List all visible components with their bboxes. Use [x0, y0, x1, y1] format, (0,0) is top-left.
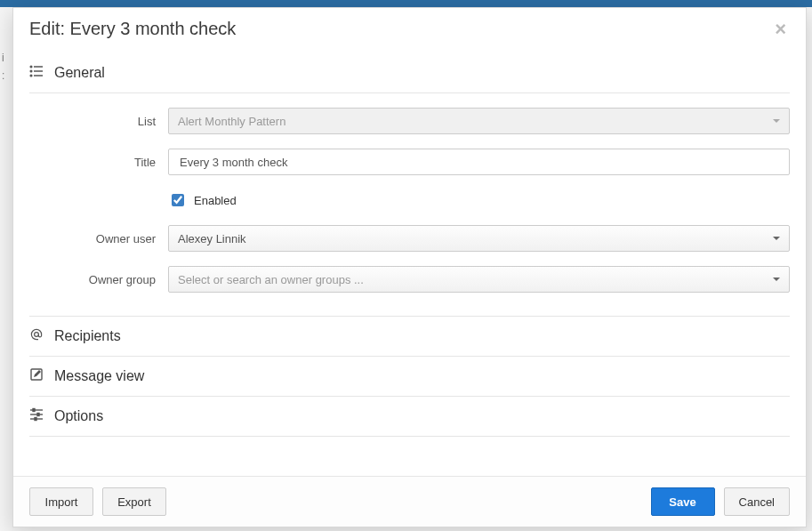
at-icon — [29, 327, 44, 345]
edit-icon — [29, 367, 44, 385]
field-label: Owner user — [29, 232, 168, 245]
section-general: General List Alert Monthly Pattern Title — [29, 48, 790, 317]
close-icon: × — [775, 18, 786, 40]
field-control: Enabled — [168, 189, 790, 211]
app-topbar — [0, 0, 812, 7]
title-input[interactable] — [178, 149, 764, 174]
enabled-checkbox[interactable] — [172, 194, 184, 206]
field-control — [168, 149, 790, 175]
sliders-icon — [29, 407, 44, 425]
section-header-options[interactable]: Options — [29, 397, 790, 436]
field-title: Title — [29, 149, 790, 175]
section-label: Recipients — [54, 328, 121, 344]
field-list: List Alert Monthly Pattern — [29, 108, 790, 134]
field-control: Alert Monthly Pattern — [168, 108, 790, 134]
svg-rect-13 — [35, 418, 36, 421]
bg-char-1: i — [2, 52, 4, 64]
owner-group-select[interactable]: Select or search an owner groups ... — [168, 266, 790, 293]
svg-point-2 — [30, 70, 32, 72]
section-message-view: Message view — [29, 357, 790, 397]
svg-point-4 — [30, 75, 32, 76]
section-header-message-view[interactable]: Message view — [29, 357, 790, 396]
svg-rect-9 — [33, 409, 35, 412]
modal-title: Edit: Every 3 month check — [29, 19, 236, 39]
import-button[interactable]: Import — [29, 487, 93, 516]
bg-char-2: : — [2, 69, 4, 82]
list-select: Alert Monthly Pattern — [168, 108, 790, 134]
section-label: Options — [54, 408, 103, 424]
close-button[interactable]: × — [771, 20, 790, 39]
select-placeholder: Select or search an owner groups ... — [178, 273, 364, 286]
field-label: Owner group — [29, 273, 168, 286]
field-label: Title — [29, 156, 168, 169]
modal-header: Edit: Every 3 month check × — [13, 8, 806, 48]
section-label: Message view — [54, 368, 144, 384]
export-button[interactable]: Export — [102, 487, 166, 516]
field-control: Select or search an owner groups ... — [168, 266, 790, 293]
svg-point-0 — [30, 66, 32, 68]
general-body: List Alert Monthly Pattern Title — [29, 93, 790, 316]
enabled-label: Enabled — [194, 194, 237, 207]
section-label: General — [54, 65, 105, 81]
field-label: List — [29, 115, 168, 128]
field-control: Alexey Linnik — [168, 225, 790, 252]
modal-footer: Import Export Save Cancel — [13, 476, 806, 527]
chevron-down-icon — [773, 237, 780, 240]
save-button[interactable]: Save — [651, 487, 715, 516]
owner-user-select[interactable]: Alexey Linnik — [168, 225, 790, 252]
section-header-general[interactable]: General — [29, 48, 790, 93]
field-owner-group: Owner group Select or search an owner gr… — [29, 266, 790, 293]
select-value: Alert Monthly Pattern — [178, 115, 285, 128]
title-input-wrap — [168, 149, 790, 175]
edit-modal: Edit: Every 3 month check × General L — [12, 7, 807, 527]
svg-point-6 — [35, 333, 39, 337]
modal-body: General List Alert Monthly Pattern Title — [13, 48, 806, 476]
chevron-down-icon — [773, 119, 780, 123]
section-recipients: Recipients — [29, 317, 790, 357]
cancel-button[interactable]: Cancel — [724, 487, 790, 516]
svg-rect-11 — [37, 414, 39, 416]
chevron-down-icon — [773, 278, 780, 281]
field-owner-user: Owner user Alexey Linnik — [29, 225, 790, 252]
section-header-recipients[interactable]: Recipients — [29, 317, 790, 356]
list-icon — [29, 64, 44, 82]
select-value: Alexey Linnik — [178, 232, 246, 245]
field-enabled: Enabled — [29, 189, 790, 211]
section-options: Options — [29, 397, 790, 437]
